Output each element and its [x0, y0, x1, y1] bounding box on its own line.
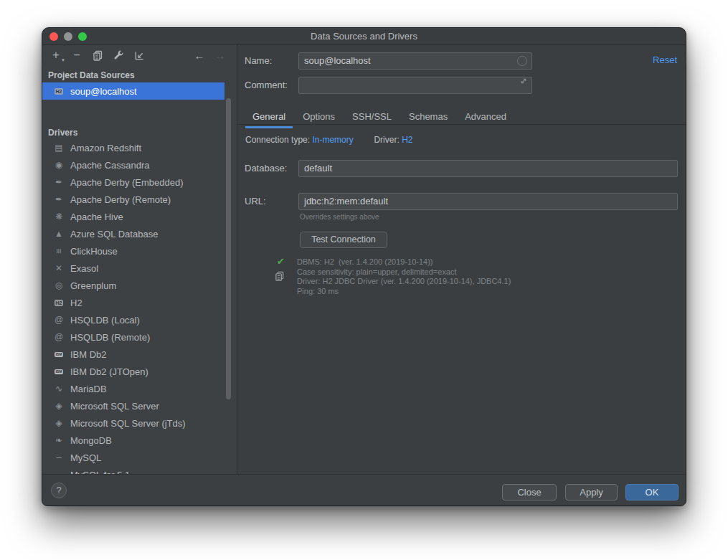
ibm-db2-icon: IBM: [52, 369, 65, 374]
database-input[interactable]: default: [298, 160, 678, 177]
list-item[interactable]: ∽MySQL: [42, 449, 237, 466]
list-item[interactable]: ✒Apache Derby (Embedded): [42, 174, 237, 191]
mariadb-icon: ∿: [52, 384, 65, 394]
list-item-label: Exasol: [70, 263, 98, 274]
list-item-label: HSQLDB (Remote): [70, 332, 150, 343]
list-item-label: Azure SQL Database: [70, 229, 158, 239]
apply-button[interactable]: Apply: [565, 484, 618, 500]
title-bar[interactable]: Data Sources and Drivers: [42, 28, 686, 45]
list-item-label: IBM Db2: [70, 349, 107, 360]
copy-result-icon[interactable]: [275, 271, 285, 284]
list-item-label: Amazon Redshift: [70, 143, 141, 153]
h2-icon: H2: [52, 88, 65, 95]
microsoft-sql-server-icon: ◈: [52, 401, 65, 411]
list-item[interactable]: ≡ClickHouse: [42, 242, 237, 260]
project-data-sources-header: Project Data Sources: [42, 68, 237, 82]
apache-derby-icon: ✒: [52, 194, 65, 204]
back-arrow-icon[interactable]: ←: [193, 49, 206, 62]
clickhouse-icon: ≡: [54, 245, 64, 257]
list-item[interactable]: ✕Exasol: [42, 260, 237, 277]
list-item[interactable]: IBMIBM Db2 (JTOpen): [42, 363, 237, 380]
list-item[interactable]: @HSQLDB (Local): [42, 311, 237, 328]
comment-input[interactable]: [298, 77, 532, 94]
tabs-divider: [237, 124, 686, 125]
zoom-window-icon[interactable]: [78, 32, 87, 41]
test-connection-button[interactable]: Test Connection: [300, 232, 387, 248]
url-input[interactable]: jdbc:h2:mem:default: [298, 193, 678, 210]
list-item-label: Apache Derby (Remote): [70, 194, 171, 205]
list-item[interactable]: ◉Apache Cassandra: [42, 156, 237, 174]
hsqldb-icon: @: [52, 332, 65, 342]
list-item-label: Apache Derby (Embedded): [70, 177, 184, 188]
sidebar-toolbar: +▼ − ← →: [42, 45, 237, 65]
greenplum-icon: ◎: [52, 280, 65, 290]
drivers-header: Drivers: [42, 125, 237, 139]
exasol-icon: ✕: [52, 263, 65, 273]
name-label: Name:: [245, 52, 272, 70]
reset-link[interactable]: Reset: [653, 54, 677, 65]
list-item-label: Apache Hive: [70, 212, 123, 222]
list-item-label: Apache Cassandra: [70, 160, 150, 171]
ok-button[interactable]: OK: [625, 484, 679, 500]
import-icon[interactable]: [133, 49, 146, 62]
list-item[interactable]: ◈Microsoft SQL Server (jTds): [42, 414, 237, 432]
list-item[interactable]: ▲Azure SQL Database: [42, 225, 237, 242]
list-item-label: IBM Db2 (JTOpen): [70, 366, 148, 377]
expand-icon[interactable]: [519, 77, 528, 90]
list-item[interactable]: ◈Microsoft SQL Server: [42, 397, 237, 414]
refresh-circle-icon: [517, 56, 527, 66]
window-title: Data Sources and Drivers: [42, 31, 686, 42]
list-item-label: MongoDB: [70, 435, 112, 446]
data-sources-dialog: Data Sources and Drivers +▼ − ← → Projec…: [42, 27, 686, 506]
list-item-label: MariaDB: [70, 384, 107, 394]
list-item[interactable]: ✒Apache Derby (Remote): [42, 191, 237, 208]
list-item[interactable]: ∽MySQL for 5.1: [42, 466, 237, 474]
list-item[interactable]: IBMIBM Db2: [42, 346, 237, 363]
microsoft-sql-server-icon: ◈: [52, 418, 65, 428]
list-item-label: soup@localhost: [70, 86, 137, 97]
name-input[interactable]: soup@localhost: [298, 52, 532, 70]
list-item[interactable]: H2H2: [42, 294, 237, 311]
list-item[interactable]: ▤Amazon Redshift: [42, 139, 237, 156]
duplicate-icon[interactable]: [91, 49, 104, 62]
driver-value[interactable]: H2: [402, 135, 412, 145]
close-button[interactable]: Close: [502, 484, 557, 500]
list-item-label: Microsoft SQL Server (jTds): [70, 418, 186, 429]
ibm-db2-icon: IBM: [52, 352, 65, 357]
connection-result-text: DBMS: H2 (ver. 1.4.200 (2019-10-14)) Cas…: [297, 257, 511, 296]
forward-arrow-icon[interactable]: →: [214, 49, 227, 62]
comment-label: Comment:: [245, 77, 288, 94]
list-item-label: Microsoft SQL Server: [70, 401, 159, 412]
footer-bar: ? Close Apply OK: [42, 474, 686, 506]
minimize-window-icon[interactable]: [64, 32, 72, 41]
list-item[interactable]: ❧MongoDB: [42, 432, 237, 449]
remove-icon[interactable]: −: [70, 49, 83, 62]
apache-derby-icon: ✒: [52, 177, 65, 187]
add-icon[interactable]: +▼: [49, 49, 62, 62]
apache-hive-icon: ❋: [52, 212, 65, 222]
close-window-icon[interactable]: [49, 32, 58, 41]
connection-type-row: Connection type: In-memory Driver: H2: [245, 135, 412, 145]
amazon-redshift-icon: ▤: [52, 143, 65, 153]
sidebar-list: Project Data Sources H2soup@localhost Dr…: [42, 65, 237, 474]
url-hint: Overrides settings above: [300, 213, 379, 221]
list-item[interactable]: ∿MariaDB: [42, 380, 237, 397]
driver-properties-wrench-icon[interactable]: [112, 49, 125, 62]
azure-sql-icon: ▲: [52, 229, 65, 239]
connection-type-label: Connection type:: [245, 135, 310, 145]
mysql-icon: ∽: [52, 452, 65, 462]
list-item[interactable]: ◎Greenplum: [42, 277, 237, 294]
apache-cassandra-icon: ◉: [52, 160, 65, 170]
list-item[interactable]: ❋Apache Hive: [42, 208, 237, 225]
h2-icon: H2: [52, 300, 65, 306]
list-item[interactable]: H2soup@localhost: [42, 82, 224, 100]
traffic-lights: [49, 32, 87, 41]
help-button[interactable]: ?: [51, 483, 67, 498]
success-check-icon: ✔: [277, 256, 285, 267]
connection-type-value[interactable]: In-memory: [312, 135, 353, 145]
mongodb-icon: ❧: [52, 435, 65, 445]
list-item[interactable]: @HSQLDB (Remote): [42, 328, 237, 346]
url-label: URL:: [245, 193, 266, 210]
list-item-label: MySQL: [70, 452, 101, 463]
sidebar-scrollbar[interactable]: [226, 98, 231, 399]
